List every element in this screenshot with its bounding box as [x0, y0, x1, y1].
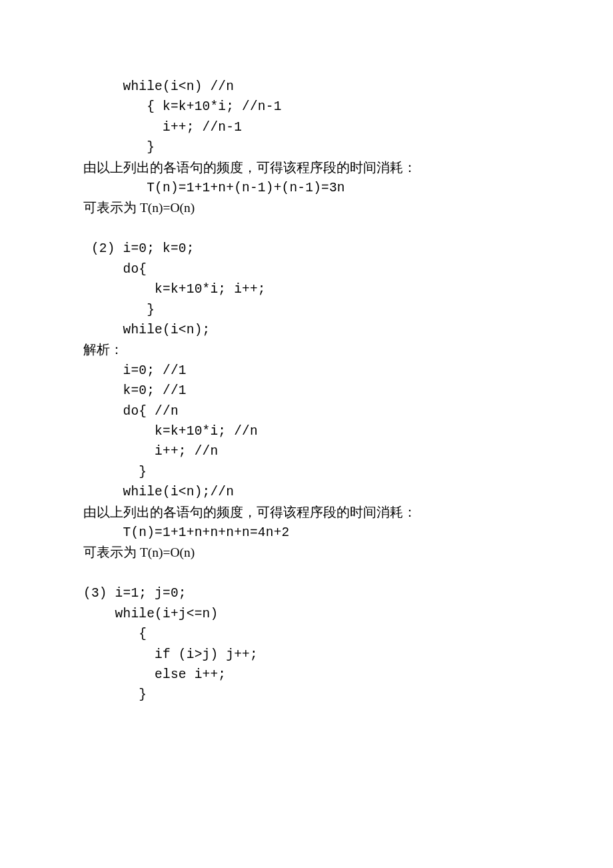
text-line: while(i<n);//n	[83, 482, 530, 502]
text-line: }	[83, 300, 530, 320]
text-line: 由以上列出的各语句的频度，可得该程序段的时间消耗：	[83, 158, 530, 178]
blank-line	[83, 563, 530, 584]
text-line: {	[83, 624, 530, 644]
text-line: k=k+10*i; i++;	[83, 279, 530, 299]
blank-line	[83, 219, 530, 239]
text-line: T(n)=1+1+n+(n-1)+(n-1)=3n	[83, 178, 530, 198]
text-line: while(i<n) //n	[83, 77, 530, 97]
text-line: 可表示为 T(n)=O(n)	[83, 543, 530, 563]
text-line: do{	[83, 259, 530, 279]
text-line: { k=k+10*i; //n-1	[83, 97, 530, 117]
text-line: }	[83, 685, 530, 705]
text-line: else i++;	[83, 665, 530, 685]
text-line: i=0; //1	[83, 361, 530, 381]
document-page: while(i<n) //n { k=k+10*i; //n-1 i++; //…	[0, 0, 613, 799]
text-line: (3) i=1; j=0;	[83, 583, 530, 603]
text-line: k=0; //1	[83, 381, 530, 401]
text-line: k=k+10*i; //n	[83, 421, 530, 441]
text-line: while(i<n);	[83, 320, 530, 340]
text-line: do{ //n	[83, 401, 530, 421]
text-line: 解析：	[83, 340, 530, 360]
text-line: T(n)=1+1+n+n+n+n=4n+2	[83, 523, 530, 543]
text-line: if (i>j) j++;	[83, 645, 530, 665]
text-line: (2) i=0; k=0;	[83, 239, 530, 259]
text-line: while(i+j<=n)	[83, 604, 530, 624]
text-line: }	[83, 462, 530, 482]
text-line: i++; //n-1	[83, 117, 530, 137]
text-line: i++; //n	[83, 441, 530, 461]
text-line: }	[83, 137, 530, 157]
text-line: 由以上列出的各语句的频度，可得该程序段的时间消耗：	[83, 503, 530, 523]
text-line: 可表示为 T(n)=O(n)	[83, 198, 530, 218]
